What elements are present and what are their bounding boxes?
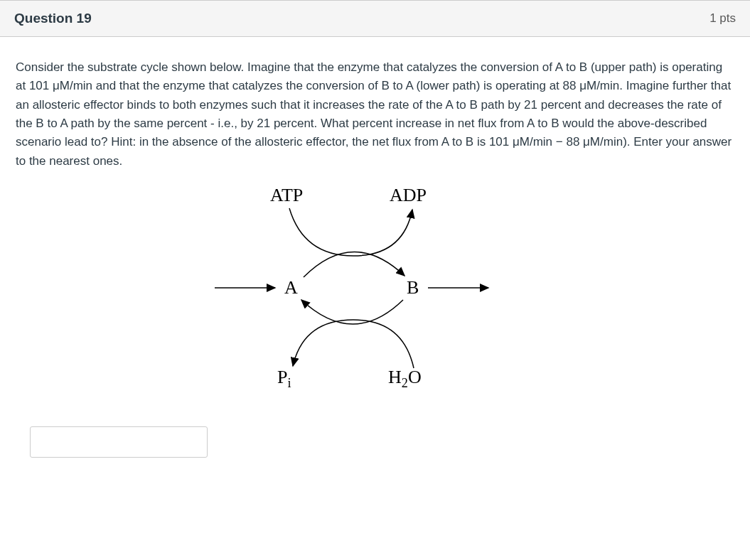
question-header: Question 19 1 pts: [0, 0, 750, 37]
answer-input[interactable]: [30, 426, 208, 458]
question-text: Consider the substrate cycle shown below…: [16, 58, 734, 171]
diagram-container: ATP ADP A B Pi H2O: [16, 185, 734, 391]
substrate-cycle-diagram: ATP ADP A B Pi H2O: [179, 185, 492, 391]
question-title: Question 19: [14, 11, 92, 26]
question-points: 1 pts: [709, 11, 736, 26]
diagram-svg: [179, 185, 492, 391]
question-body: Consider the substrate cycle shown below…: [0, 37, 750, 475]
